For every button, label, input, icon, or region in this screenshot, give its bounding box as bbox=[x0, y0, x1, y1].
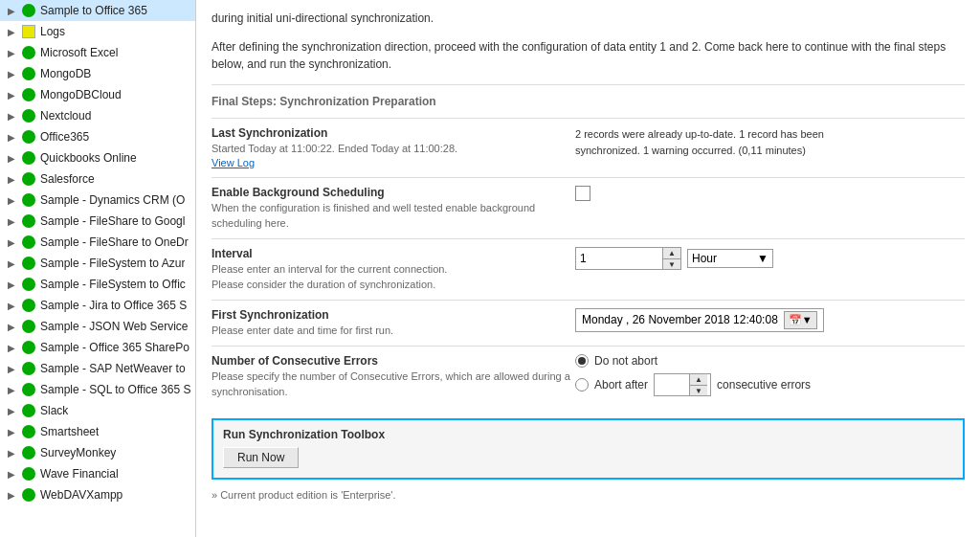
sidebar-item-label: Sample - JSON Web Service bbox=[40, 320, 189, 333]
radio-do-not-abort-label: Do not abort bbox=[594, 354, 657, 368]
sidebar-item-label: WebDAVXampp bbox=[40, 488, 122, 502]
sidebar-item-label: Sample - Jira to Office 365 S bbox=[40, 299, 187, 312]
interval-heading: Interval bbox=[212, 247, 575, 260]
sidebar-list: ▶Logs▶Microsoft Excel▶MongoDB▶MongoDBClo… bbox=[0, 21, 195, 505]
item-icon bbox=[21, 466, 36, 481]
first-sync-date-input[interactable]: Monday , 26 November 2018 12:40:08 📅 ▼ bbox=[575, 308, 824, 332]
interval-spinner[interactable]: ▲ ▼ bbox=[575, 247, 681, 270]
item-icon bbox=[21, 66, 36, 81]
sidebar-item-slack[interactable]: ▶Slack bbox=[0, 400, 195, 421]
sidebar-item-sample-json-web[interactable]: ▶Sample - JSON Web Service bbox=[0, 316, 195, 337]
abort-spinner[interactable]: ▲ ▼ bbox=[654, 373, 711, 396]
arrow-icon: ▶ bbox=[8, 343, 19, 353]
sidebar-item-sample-jira-office365[interactable]: ▶Sample - Jira to Office 365 S bbox=[0, 295, 195, 316]
interval-control: ▲ ▼ Hour ▼ bbox=[575, 247, 965, 270]
item-icon bbox=[21, 277, 36, 292]
calendar-icon: 📅 bbox=[789, 314, 802, 326]
sidebar-item-label: Sample - FileSystem to Offic bbox=[40, 278, 186, 291]
sidebar-item-sample-dynamics-crm[interactable]: ▶Sample - Dynamics CRM (O bbox=[0, 190, 195, 211]
sidebar: ▶ Sample to Office 365 ▶Logs▶Microsoft E… bbox=[0, 0, 196, 537]
sidebar-item-label: Slack bbox=[40, 404, 68, 417]
consecutive-errors-heading: Number of Consecutive Errors bbox=[212, 354, 575, 368]
sidebar-item-webdavxampp[interactable]: ▶WebDAVXampp bbox=[0, 484, 195, 505]
background-scheduling-label-area: Enable Background Scheduling When the co… bbox=[212, 186, 575, 231]
sidebar-item-microsoft-excel[interactable]: ▶Microsoft Excel bbox=[0, 42, 195, 63]
background-scheduling-checkbox[interactable] bbox=[575, 186, 590, 201]
sidebar-item-sample-fileshare-googl[interactable]: ▶Sample - FileShare to Googl bbox=[0, 211, 195, 232]
radio-abort-after-label: Abort after bbox=[594, 378, 648, 392]
date-calendar-button[interactable]: 📅 ▼ bbox=[784, 311, 817, 329]
interval-input[interactable] bbox=[576, 250, 662, 267]
interval-spinner-buttons: ▲ ▼ bbox=[662, 248, 680, 269]
arrow-icon: ▶ bbox=[8, 174, 19, 185]
sidebar-item-sample-office365-sharepc[interactable]: ▶Sample - Office 365 SharePo bbox=[0, 337, 195, 358]
item-icon bbox=[21, 424, 36, 439]
arrow-icon: ▶ bbox=[8, 427, 19, 437]
last-sync-heading: Last Synchronization bbox=[212, 126, 575, 140]
first-sync-row: First Synchronization Please enter date … bbox=[212, 300, 965, 346]
main-panel: during initial uni-directional synchroni… bbox=[196, 0, 980, 537]
sidebar-item-smartsheet[interactable]: ▶Smartsheet bbox=[0, 421, 195, 442]
arrow-icon: ▶ bbox=[8, 280, 19, 290]
arrow-icon: ▶ bbox=[8, 301, 19, 311]
sidebar-item-wave-financial[interactable]: ▶Wave Financial bbox=[0, 463, 195, 484]
first-sync-date-value: Monday , 26 November 2018 12:40:08 bbox=[582, 313, 778, 326]
sidebar-item-sample-filesystem-offic[interactable]: ▶Sample - FileSystem to Offic bbox=[0, 274, 195, 295]
sidebar-item-surveymonkey[interactable]: ▶SurveyMonkey bbox=[0, 442, 195, 463]
arrow-icon: ▶ bbox=[8, 385, 19, 395]
first-sync-control: Monday , 26 November 2018 12:40:08 📅 ▼ bbox=[575, 308, 965, 332]
sidebar-item-quickbooks-online[interactable]: ▶Quickbooks Online bbox=[0, 147, 195, 168]
item-icon bbox=[21, 445, 36, 460]
last-sync-row: Last Synchronization Started Today at 11… bbox=[212, 118, 965, 177]
interval-unit-select[interactable]: Hour ▼ bbox=[687, 249, 773, 268]
last-sync-label-area: Last Synchronization Started Today at 11… bbox=[212, 126, 575, 169]
item-icon bbox=[21, 45, 36, 60]
first-sync-desc: Please enter date and time for first run… bbox=[212, 324, 575, 338]
arrow-icon: ▶ bbox=[8, 90, 19, 101]
sidebar-item-sample-sql-office365[interactable]: ▶Sample - SQL to Office 365 S bbox=[0, 379, 195, 400]
sidebar-item-sample-filesystem-azur[interactable]: ▶Sample - FileSystem to Azur bbox=[0, 253, 195, 274]
interval-unit-label: Hour bbox=[692, 252, 717, 265]
interval-increment-button[interactable]: ▲ bbox=[663, 248, 680, 258]
interval-unit-chevron: ▼ bbox=[757, 252, 768, 265]
view-log-link[interactable]: View Log bbox=[212, 157, 255, 168]
consecutive-errors-row: Number of Consecutive Errors Please spec… bbox=[212, 346, 965, 407]
run-now-button[interactable]: Run Now bbox=[223, 447, 299, 468]
sidebar-item-mongodb[interactable]: ▶MongoDB bbox=[0, 63, 195, 84]
toolbox-heading: Run Synchronization Toolbox bbox=[223, 428, 953, 441]
interval-decrement-button[interactable]: ▼ bbox=[663, 258, 680, 269]
item-icon bbox=[21, 487, 36, 503]
item-icon bbox=[21, 24, 36, 39]
sidebar-item-office365[interactable]: ▶Office365 bbox=[0, 126, 195, 147]
abort-value-input[interactable] bbox=[655, 376, 689, 393]
sidebar-item-nextcloud[interactable]: ▶Nextcloud bbox=[0, 105, 195, 126]
radio-do-not-abort[interactable] bbox=[575, 354, 589, 368]
sidebar-item-label: Salesforce bbox=[40, 172, 95, 186]
abort-increment-button[interactable]: ▲ bbox=[690, 374, 707, 385]
item-icon bbox=[21, 129, 36, 145]
interval-label-area: Interval Please enter an interval for th… bbox=[212, 247, 575, 292]
arrow-icon: ▶ bbox=[8, 448, 19, 459]
abort-decrement-button[interactable]: ▼ bbox=[690, 385, 707, 395]
date-dropdown-arrow: ▼ bbox=[802, 314, 813, 325]
sidebar-item-logs[interactable]: ▶Logs bbox=[0, 21, 195, 42]
item-icon bbox=[21, 108, 36, 123]
sidebar-item-label: Sample - FileShare to Googl bbox=[40, 214, 185, 228]
first-sync-heading: First Synchronization bbox=[212, 308, 575, 322]
background-scheduling-heading: Enable Background Scheduling bbox=[212, 186, 575, 199]
consecutive-errors-desc: Please specify the number of Consecutive… bbox=[212, 369, 575, 399]
sidebar-item-sample-fileshare-oned[interactable]: ▶Sample - FileShare to OneDr bbox=[0, 232, 195, 253]
sidebar-item-sample-to-office365[interactable]: ▶ Sample to Office 365 bbox=[0, 0, 195, 21]
sidebar-item-label: SurveyMonkey bbox=[40, 446, 116, 459]
interval-desc: Please enter an interval for the current… bbox=[212, 262, 575, 292]
last-sync-control: 2 records were already up-to-date. 1 rec… bbox=[575, 126, 965, 158]
item-icon bbox=[21, 150, 36, 166]
radio-abort-after[interactable] bbox=[575, 378, 589, 392]
sidebar-item-label: Microsoft Excel bbox=[40, 46, 118, 59]
arrow-icon: ▶ bbox=[8, 469, 19, 480]
sidebar-item-label: Wave Financial bbox=[40, 467, 119, 481]
sidebar-item-mongodbcloud[interactable]: ▶MongoDBCloud bbox=[0, 84, 195, 105]
sidebar-item-sample-sap[interactable]: ▶Sample - SAP NetWeaver to bbox=[0, 358, 195, 379]
sidebar-item-salesforce[interactable]: ▶Salesforce bbox=[0, 168, 195, 190]
sidebar-item-label: Sample - Office 365 SharePo bbox=[40, 341, 189, 354]
